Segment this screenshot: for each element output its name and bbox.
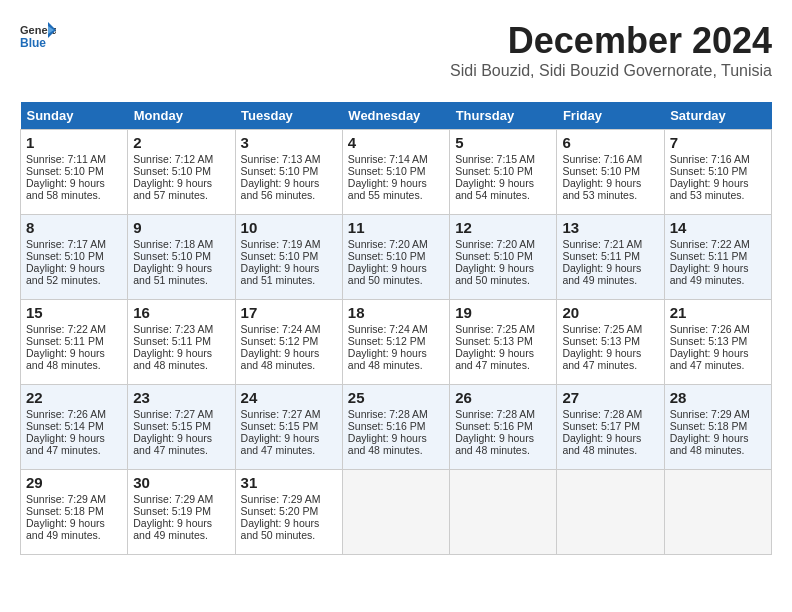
table-row: 2Sunrise: 7:12 AMSunset: 5:10 PMDaylight… [128, 130, 235, 215]
table-row: 15Sunrise: 7:22 AMSunset: 5:11 PMDayligh… [21, 300, 128, 385]
calendar-table: Sunday Monday Tuesday Wednesday Thursday… [20, 102, 772, 555]
month-title: December 2024 [450, 20, 772, 62]
table-row: 28Sunrise: 7:29 AMSunset: 5:18 PMDayligh… [664, 385, 771, 470]
col-saturday: Saturday [664, 102, 771, 130]
table-row: 1Sunrise: 7:11 AMSunset: 5:10 PMDaylight… [21, 130, 128, 215]
table-row: 31Sunrise: 7:29 AMSunset: 5:20 PMDayligh… [235, 470, 342, 555]
table-row: 4Sunrise: 7:14 AMSunset: 5:10 PMDaylight… [342, 130, 449, 215]
logo: General Blue [20, 20, 60, 50]
table-row: 13Sunrise: 7:21 AMSunset: 5:11 PMDayligh… [557, 215, 664, 300]
table-row: 21Sunrise: 7:26 AMSunset: 5:13 PMDayligh… [664, 300, 771, 385]
svg-text:Blue: Blue [20, 36, 46, 50]
table-row: 16Sunrise: 7:23 AMSunset: 5:11 PMDayligh… [128, 300, 235, 385]
table-row [664, 470, 771, 555]
table-row: 17Sunrise: 7:24 AMSunset: 5:12 PMDayligh… [235, 300, 342, 385]
table-row: 20Sunrise: 7:25 AMSunset: 5:13 PMDayligh… [557, 300, 664, 385]
table-row [450, 470, 557, 555]
header-row: Sunday Monday Tuesday Wednesday Thursday… [21, 102, 772, 130]
table-row: 19Sunrise: 7:25 AMSunset: 5:13 PMDayligh… [450, 300, 557, 385]
table-row: 6Sunrise: 7:16 AMSunset: 5:10 PMDaylight… [557, 130, 664, 215]
table-row: 11Sunrise: 7:20 AMSunset: 5:10 PMDayligh… [342, 215, 449, 300]
table-row: 14Sunrise: 7:22 AMSunset: 5:11 PMDayligh… [664, 215, 771, 300]
col-friday: Friday [557, 102, 664, 130]
table-row: 10Sunrise: 7:19 AMSunset: 5:10 PMDayligh… [235, 215, 342, 300]
table-row: 25Sunrise: 7:28 AMSunset: 5:16 PMDayligh… [342, 385, 449, 470]
table-row: 30Sunrise: 7:29 AMSunset: 5:19 PMDayligh… [128, 470, 235, 555]
location-subtitle: Sidi Bouzid, Sidi Bouzid Governorate, Tu… [450, 62, 772, 80]
table-row: 3Sunrise: 7:13 AMSunset: 5:10 PMDaylight… [235, 130, 342, 215]
table-row [342, 470, 449, 555]
table-row: 9Sunrise: 7:18 AMSunset: 5:10 PMDaylight… [128, 215, 235, 300]
table-row: 29Sunrise: 7:29 AMSunset: 5:18 PMDayligh… [21, 470, 128, 555]
table-row: 22Sunrise: 7:26 AMSunset: 5:14 PMDayligh… [21, 385, 128, 470]
col-sunday: Sunday [21, 102, 128, 130]
table-row: 27Sunrise: 7:28 AMSunset: 5:17 PMDayligh… [557, 385, 664, 470]
table-row: 18Sunrise: 7:24 AMSunset: 5:12 PMDayligh… [342, 300, 449, 385]
table-row: 12Sunrise: 7:20 AMSunset: 5:10 PMDayligh… [450, 215, 557, 300]
table-row: 26Sunrise: 7:28 AMSunset: 5:16 PMDayligh… [450, 385, 557, 470]
col-wednesday: Wednesday [342, 102, 449, 130]
col-tuesday: Tuesday [235, 102, 342, 130]
table-row [557, 470, 664, 555]
col-thursday: Thursday [450, 102, 557, 130]
table-row: 23Sunrise: 7:27 AMSunset: 5:15 PMDayligh… [128, 385, 235, 470]
title-section: December 2024 Sidi Bouzid, Sidi Bouzid G… [450, 20, 772, 92]
col-monday: Monday [128, 102, 235, 130]
logo-icon: General Blue [20, 20, 56, 50]
table-row: 24Sunrise: 7:27 AMSunset: 5:15 PMDayligh… [235, 385, 342, 470]
table-row: 5Sunrise: 7:15 AMSunset: 5:10 PMDaylight… [450, 130, 557, 215]
table-row: 7Sunrise: 7:16 AMSunset: 5:10 PMDaylight… [664, 130, 771, 215]
table-row: 8Sunrise: 7:17 AMSunset: 5:10 PMDaylight… [21, 215, 128, 300]
